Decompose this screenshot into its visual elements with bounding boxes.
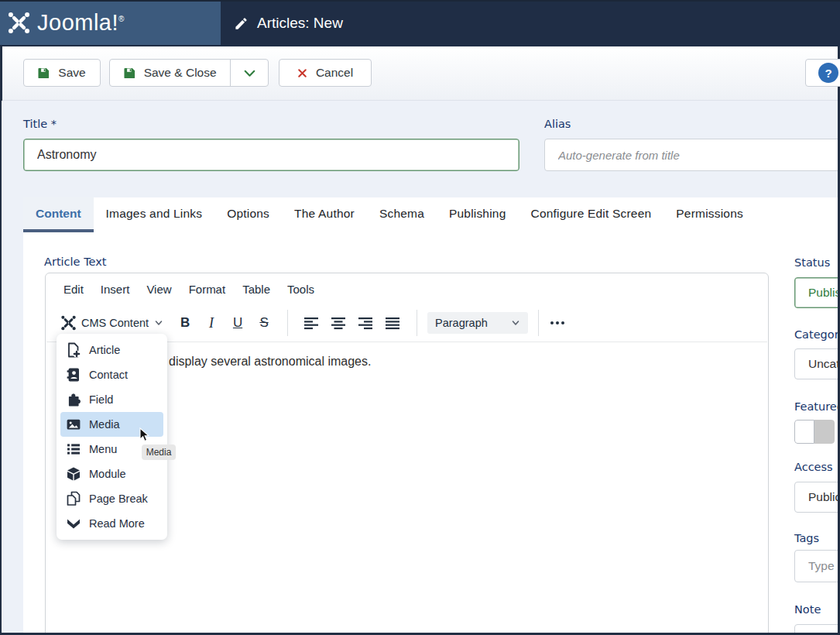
window-frame-top	[0, 0, 840, 2]
tab-schema[interactable]: Schema	[367, 197, 437, 229]
align-justify-icon[interactable]	[379, 317, 406, 330]
page-title-wrap: Articles: New	[234, 0, 343, 46]
tab-bar: Content Images and Links Options The Aut…	[23, 197, 756, 229]
menu-table[interactable]: Table	[241, 281, 272, 297]
toolbar-separator	[417, 310, 417, 336]
menu-item-article[interactable]: Article	[60, 338, 163, 362]
save-button[interactable]: Save	[23, 59, 101, 87]
category-select[interactable]: Uncategorised	[794, 348, 840, 379]
page-title: Articles: New	[257, 15, 343, 32]
chevron-down-icon	[242, 66, 257, 81]
menu-item-module[interactable]: Module	[60, 462, 163, 486]
tags-label: Tags	[794, 532, 819, 544]
tab-content[interactable]: Content	[23, 197, 94, 229]
title-label: Title *	[23, 118, 57, 130]
cancel-button[interactable]: Cancel	[279, 59, 372, 87]
article-icon	[65, 342, 82, 358]
tab-options[interactable]: Options	[214, 197, 282, 229]
menu-view[interactable]: View	[145, 281, 173, 297]
editor-menubar: Edit Insert View Format Table Tools	[46, 273, 330, 304]
access-label: Access	[794, 461, 833, 473]
save-button-label: Save	[58, 66, 85, 80]
window-frame-left	[0, 101, 2, 635]
toggle-knob	[794, 420, 814, 444]
brand-wordmark: Joomla!®	[37, 10, 125, 36]
status-select[interactable]: Published	[794, 277, 840, 308]
page-break-icon	[65, 491, 82, 506]
toggle-track	[814, 420, 835, 444]
article-text-label: Article Text	[44, 256, 106, 268]
toolbar-separator	[538, 310, 539, 336]
tab-publishing[interactable]: Publishing	[437, 197, 519, 229]
note-label: Note	[794, 603, 821, 616]
alias-input[interactable]	[544, 139, 840, 171]
menu-insert[interactable]: Insert	[99, 281, 132, 297]
contact-icon	[65, 367, 82, 383]
logo-block[interactable]: Joomla!®	[0, 0, 221, 45]
italic-button[interactable]: I	[198, 315, 225, 331]
joomla-icon	[60, 314, 77, 332]
menu-tools[interactable]: Tools	[286, 281, 316, 297]
access-select[interactable]: Public	[794, 482, 840, 513]
menu-item-read-more[interactable]: Read More	[60, 511, 163, 536]
chevron-down-icon	[154, 318, 163, 328]
menu-item-contact[interactable]: Contact	[60, 362, 163, 387]
media-tooltip: Media	[142, 444, 176, 460]
save-close-icon	[124, 67, 135, 79]
strikethrough-button[interactable]: S	[251, 315, 277, 331]
align-center-icon[interactable]	[325, 317, 352, 330]
toolbar-separator	[287, 310, 288, 336]
menu-format[interactable]: Format	[187, 281, 228, 297]
alias-label: Alias	[544, 118, 571, 130]
cms-content-button[interactable]: CMS Content	[60, 314, 163, 332]
more-toolbar-icon[interactable]	[550, 321, 564, 324]
align-right-icon[interactable]	[352, 317, 379, 330]
save-icon	[38, 67, 50, 79]
category-label: Category	[794, 328, 840, 341]
featured-label: Featured	[794, 400, 840, 413]
tab-the-author[interactable]: The Author	[282, 197, 367, 229]
underline-button[interactable]: U	[225, 315, 251, 331]
tab-permissions[interactable]: Permissions	[663, 197, 756, 229]
cancel-x-icon	[297, 68, 307, 78]
title-input[interactable]	[23, 139, 519, 171]
cms-content-dropdown: Article Contact Field Media Menu	[57, 334, 167, 540]
save-options-dropdown-toggle[interactable]	[230, 60, 268, 86]
menu-icon	[65, 441, 82, 457]
save-close-button-group: Save & Close	[109, 59, 269, 87]
save-close-button-label: Save & Close	[144, 66, 217, 80]
cancel-button-label: Cancel	[316, 66, 353, 80]
chevron-down-icon	[511, 318, 520, 328]
joomla-admin-page: Joomla!® Articles: New Save Save & Close	[0, 0, 840, 635]
status-label: Status	[794, 256, 830, 269]
field-icon	[65, 392, 82, 407]
align-left-icon[interactable]	[298, 317, 325, 330]
read-more-icon	[65, 516, 82, 531]
tab-configure-edit-screen[interactable]: Configure Edit Screen	[518, 197, 663, 229]
media-icon	[65, 417, 82, 432]
module-icon	[65, 466, 82, 482]
help-button[interactable]: ?	[805, 59, 840, 87]
paragraph-select[interactable]: Paragraph	[427, 312, 528, 334]
window-frame-left	[0, 46, 2, 101]
tags-input[interactable]	[794, 550, 840, 582]
action-toolbar: Save Save & Close Cancel ?	[0, 46, 840, 101]
menu-item-field[interactable]: Field	[60, 387, 163, 412]
tab-images-and-links[interactable]: Images and Links	[94, 197, 215, 229]
active-tab-underline	[23, 229, 94, 232]
featured-toggle[interactable]	[794, 420, 835, 444]
bold-button[interactable]: B	[172, 315, 198, 331]
menu-item-page-break[interactable]: Page Break	[60, 486, 163, 511]
menu-edit[interactable]: Edit	[62, 281, 85, 297]
app-header: Joomla!® Articles: New	[0, 0, 840, 46]
joomla-logo-icon	[7, 11, 31, 35]
editor-content-text[interactable]: display several astronomical images.	[169, 355, 371, 369]
pencil-icon	[234, 16, 249, 31]
help-icon: ?	[818, 63, 838, 83]
mouse-cursor	[139, 427, 149, 445]
save-close-button[interactable]: Save & Close	[110, 60, 230, 86]
